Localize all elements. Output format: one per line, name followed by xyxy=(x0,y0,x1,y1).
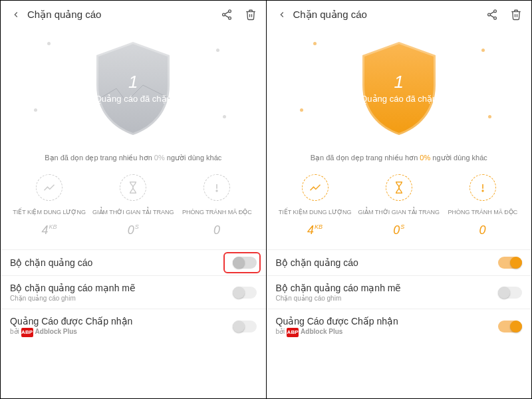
toggle-ad-blocker[interactable] xyxy=(498,257,522,269)
row-ad-blocker[interactable]: Bộ chặn quảng cáo xyxy=(267,249,532,275)
svg-line-11 xyxy=(490,15,494,17)
svg-point-6 xyxy=(217,190,218,192)
stat-time: GIẢM THỜI GIAN TẢI TRANG 0S xyxy=(91,174,175,237)
shield-icon: 1 Quảng cáo đã chặn xyxy=(90,39,176,138)
shield-icon: 1 Quảng cáo đã chặn xyxy=(356,39,442,138)
alert-icon xyxy=(203,174,230,201)
back-button[interactable] xyxy=(275,7,289,22)
stat-bandwidth: TIẾT KIỆM DUNG LƯỢNG 4KB xyxy=(273,174,357,237)
comparison-text: Bạn đã dọn dẹp trang nhiều hơn 0% người … xyxy=(1,154,266,162)
right-pane: Chặn quảng cáo 1 Quảng cáo đã chặn Bạn đ… xyxy=(267,1,532,398)
svg-point-0 xyxy=(228,10,231,13)
left-pane: Chặn quảng cáo 1 Quảng cáo đã chặn Bạn đ… xyxy=(1,1,266,398)
stat-malware: PHÒNG TRÁNH MÃ ĐỘC 0 xyxy=(441,174,525,237)
svg-point-9 xyxy=(494,17,497,19)
comparison-text: Bạn đã dọn dẹp trang nhiều hơn 0% người … xyxy=(267,154,532,162)
svg-point-1 xyxy=(222,13,225,16)
toggle-strong-blocker[interactable] xyxy=(233,287,257,299)
toggle-strong-blocker[interactable] xyxy=(498,287,522,299)
header: Chặn quảng cáo xyxy=(267,1,532,29)
row-strong-blocker[interactable]: Bộ chặn quảng cáo mạnh mẽ Chặn quảng cáo… xyxy=(1,275,266,309)
svg-point-8 xyxy=(488,13,491,16)
stat-malware: PHÒNG TRÁNH MÃ ĐỘC 0 xyxy=(175,174,259,237)
row-acceptable-ads[interactable]: Quảng Cáo được Chấp nhận bởi ABPAdblock … xyxy=(267,309,532,344)
shield-area: 1 Quảng cáo đã chặn xyxy=(267,29,532,148)
svg-line-10 xyxy=(490,12,494,14)
back-button[interactable] xyxy=(9,7,23,22)
hourglass-icon xyxy=(120,174,146,201)
trash-icon[interactable] xyxy=(509,7,523,22)
alert-icon xyxy=(469,174,496,201)
svg-point-13 xyxy=(482,190,483,192)
stat-time: GIẢM THỜI GIAN TẢI TRANG 0S xyxy=(357,174,441,237)
stats-row: TIẾT KIỆM DUNG LƯỢNG 4KB GIẢM THỜI GIAN … xyxy=(1,174,266,237)
row-acceptable-ads[interactable]: Quảng Cáo được Chấp nhận bởi ABPAdblock … xyxy=(1,309,266,344)
chart-line-icon xyxy=(36,174,63,201)
svg-line-4 xyxy=(225,15,229,17)
stats-row: TIẾT KIỆM DUNG LƯỢNG 4KB GIẢM THỜI GIAN … xyxy=(267,174,532,237)
toggle-acceptable-ads[interactable] xyxy=(233,321,257,332)
shield-area: 1 Quảng cáo đã chặn xyxy=(1,29,266,148)
header: Chặn quảng cáo xyxy=(1,1,266,29)
share-icon[interactable] xyxy=(485,7,499,22)
blocked-count: 1 xyxy=(394,72,404,92)
blocked-label: Quảng cáo đã chặn xyxy=(95,94,172,105)
share-icon[interactable] xyxy=(219,7,234,22)
blocked-count: 1 xyxy=(128,72,138,92)
svg-point-2 xyxy=(228,17,231,19)
row-strong-blocker[interactable]: Bộ chặn quảng cáo mạnh mẽ Chặn quảng cáo… xyxy=(267,275,532,309)
highlight-box xyxy=(223,252,261,273)
page-title: Chặn quảng cáo xyxy=(293,9,485,21)
svg-point-7 xyxy=(494,10,497,13)
hourglass-icon xyxy=(386,174,412,201)
blocked-label: Quảng cáo đã chặn xyxy=(360,94,437,105)
chart-line-icon xyxy=(302,174,329,201)
settings-list: Bộ chặn quảng cáo Bộ chặn quảng cáo mạnh… xyxy=(1,249,266,344)
svg-line-3 xyxy=(225,12,229,14)
stat-bandwidth: TIẾT KIỆM DUNG LƯỢNG 4KB xyxy=(7,174,91,237)
settings-list: Bộ chặn quảng cáo Bộ chặn quảng cáo mạnh… xyxy=(267,249,532,344)
page-title: Chặn quảng cáo xyxy=(27,9,219,21)
row-ad-blocker[interactable]: Bộ chặn quảng cáo xyxy=(1,249,266,275)
toggle-acceptable-ads[interactable] xyxy=(498,321,522,332)
trash-icon[interactable] xyxy=(243,7,258,22)
